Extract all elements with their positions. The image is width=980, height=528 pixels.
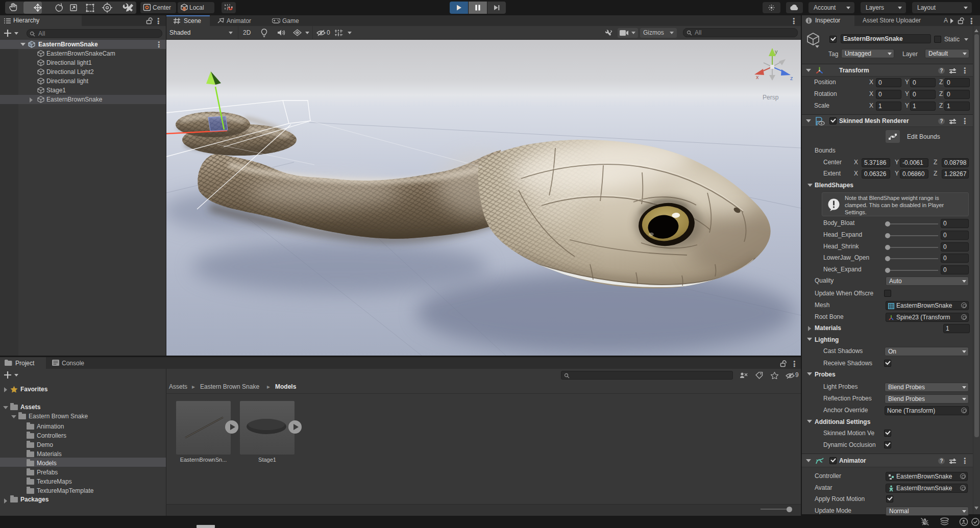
svg-text:z: z (790, 75, 793, 81)
svg-text:y: y (775, 48, 778, 55)
svg-text:Persp: Persp (763, 94, 779, 101)
svg-text:x: x (756, 74, 759, 80)
